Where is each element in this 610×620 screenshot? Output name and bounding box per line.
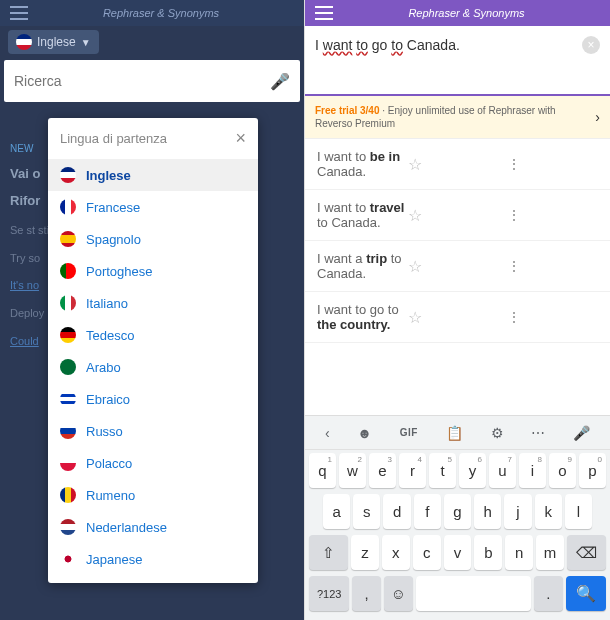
key-k[interactable]: k	[535, 494, 562, 529]
nl-flag-icon	[60, 519, 76, 535]
language-item-nederlandese[interactable]: Nederlandese	[48, 511, 258, 543]
key-i[interactable]: i8	[519, 453, 546, 488]
close-icon[interactable]: ×	[235, 128, 246, 149]
language-name: Ebraico	[86, 392, 130, 407]
search-key[interactable]: 🔍	[566, 576, 606, 611]
key-t[interactable]: t5	[429, 453, 456, 488]
chevron-right-icon: ›	[595, 109, 600, 125]
language-item-japanese[interactable]: Japanese	[48, 543, 258, 575]
star-icon[interactable]: ☆	[408, 155, 499, 174]
language-item-italiano[interactable]: Italiano	[48, 287, 258, 319]
key-d[interactable]: d	[383, 494, 410, 529]
more-icon[interactable]: ⋯	[531, 425, 545, 441]
symbols-key[interactable]: ?123	[309, 576, 349, 611]
key-f[interactable]: f	[414, 494, 441, 529]
key-c[interactable]: c	[413, 535, 441, 570]
language-item-francese[interactable]: Francese	[48, 191, 258, 223]
suggestion-item[interactable]: I want to be in Canada.☆⋮	[305, 139, 610, 190]
settings-icon[interactable]: ⚙	[491, 425, 504, 441]
jp-flag-icon	[60, 551, 76, 567]
more-icon[interactable]: ⋮	[507, 309, 598, 325]
key-s[interactable]: s	[353, 494, 380, 529]
key-z[interactable]: z	[351, 535, 379, 570]
key-e[interactable]: e3	[369, 453, 396, 488]
ar-flag-icon	[60, 359, 76, 375]
suggestion-item[interactable]: I want to go to the country.☆⋮	[305, 292, 610, 343]
language-name: Polacco	[86, 456, 132, 471]
uk-flag-icon	[60, 167, 76, 183]
key-j[interactable]: j	[504, 494, 531, 529]
search-box[interactable]: 🎤	[4, 60, 300, 102]
de-flag-icon	[60, 327, 76, 343]
language-item-rumeno[interactable]: Rumeno	[48, 479, 258, 511]
key-l[interactable]: l	[565, 494, 592, 529]
language-modal: Lingua di partenza × IngleseFranceseSpag…	[48, 118, 258, 583]
chevron-down-icon: ▼	[81, 37, 91, 48]
space-key[interactable]	[416, 576, 531, 611]
es-flag-icon	[60, 231, 76, 247]
key-g[interactable]: g	[444, 494, 471, 529]
key-w[interactable]: w2	[339, 453, 366, 488]
suggestion-text: I want to be in Canada.	[317, 149, 408, 179]
suggestion-item[interactable]: I want a trip to Canada.☆⋮	[305, 241, 610, 292]
key-a[interactable]: a	[323, 494, 350, 529]
language-item-tedesco[interactable]: Tedesco	[48, 319, 258, 351]
key-u[interactable]: u7	[489, 453, 516, 488]
more-icon[interactable]: ⋮	[507, 156, 598, 172]
language-name: Francese	[86, 200, 140, 215]
input-area[interactable]: I want to go to Canada. ×	[305, 26, 610, 96]
backspace-key[interactable]: ⌫	[567, 535, 606, 570]
more-icon[interactable]: ⋮	[507, 207, 598, 223]
more-icon[interactable]: ⋮	[507, 258, 598, 274]
hamburger-icon[interactable]	[315, 6, 333, 20]
suggestion-item[interactable]: I want to travel to Canada.☆⋮	[305, 190, 610, 241]
comma-key[interactable]: ,	[352, 576, 381, 611]
key-m[interactable]: m	[536, 535, 564, 570]
key-h[interactable]: h	[474, 494, 501, 529]
key-q[interactable]: q1	[309, 453, 336, 488]
gif-button[interactable]: GIF	[400, 427, 418, 438]
mic-icon[interactable]: 🎤	[270, 72, 290, 91]
suggestion-item[interactable]: I need to get to Canada.☆⋮	[305, 343, 610, 352]
input-text[interactable]: I want to go to Canada.	[315, 37, 460, 53]
language-selector[interactable]: Inglese ▼	[8, 30, 99, 54]
language-label: Inglese	[37, 35, 76, 49]
key-x[interactable]: x	[382, 535, 410, 570]
hamburger-icon[interactable]	[10, 6, 28, 20]
clipboard-icon[interactable]: 📋	[446, 425, 463, 441]
keyboard-row: ⇧zxcvbnm⌫	[305, 532, 610, 573]
keyboard-row: ?123 , ☺ . 🔍	[305, 573, 610, 614]
premium-banner[interactable]: Free trial 3/40 · Enjoy unlimited use of…	[305, 96, 610, 139]
left-header: Rephraser & Synonyms	[0, 0, 304, 26]
emoji-key[interactable]: ☺	[384, 576, 413, 611]
language-item-inglese[interactable]: Inglese	[48, 159, 258, 191]
key-b[interactable]: b	[474, 535, 502, 570]
mic-icon[interactable]: 🎤	[573, 425, 590, 441]
search-input[interactable]	[14, 73, 270, 89]
sticker-icon[interactable]: ☻	[357, 425, 372, 441]
language-item-portoghese[interactable]: Portoghese	[48, 255, 258, 287]
language-item-spagnolo[interactable]: Spagnolo	[48, 223, 258, 255]
period-key[interactable]: .	[534, 576, 563, 611]
language-item-arabo[interactable]: Arabo	[48, 351, 258, 383]
key-p[interactable]: p0	[579, 453, 606, 488]
star-icon[interactable]: ☆	[408, 308, 499, 327]
key-n[interactable]: n	[505, 535, 533, 570]
key-r[interactable]: r4	[399, 453, 426, 488]
language-item-ebraico[interactable]: Ebraico	[48, 383, 258, 415]
chevron-left-icon[interactable]: ‹	[325, 425, 330, 441]
star-icon[interactable]: ☆	[408, 257, 499, 276]
key-y[interactable]: y6	[459, 453, 486, 488]
pt-flag-icon	[60, 263, 76, 279]
key-v[interactable]: v	[444, 535, 472, 570]
star-icon[interactable]: ☆	[408, 206, 499, 225]
key-o[interactable]: o9	[549, 453, 576, 488]
shift-key[interactable]: ⇧	[309, 535, 348, 570]
language-item-polacco[interactable]: Polacco	[48, 447, 258, 479]
language-name: Russo	[86, 424, 123, 439]
clear-icon[interactable]: ×	[582, 36, 600, 54]
language-name: Nederlandese	[86, 520, 167, 535]
language-item-russo[interactable]: Russo	[48, 415, 258, 447]
keyboard: ‹ ☻ GIF 📋 ⚙ ⋯ 🎤 q1w2e3r4t5y6u7i8o9p0 asd…	[305, 415, 610, 620]
keyboard-toolbar: ‹ ☻ GIF 📋 ⚙ ⋯ 🎤	[305, 416, 610, 450]
